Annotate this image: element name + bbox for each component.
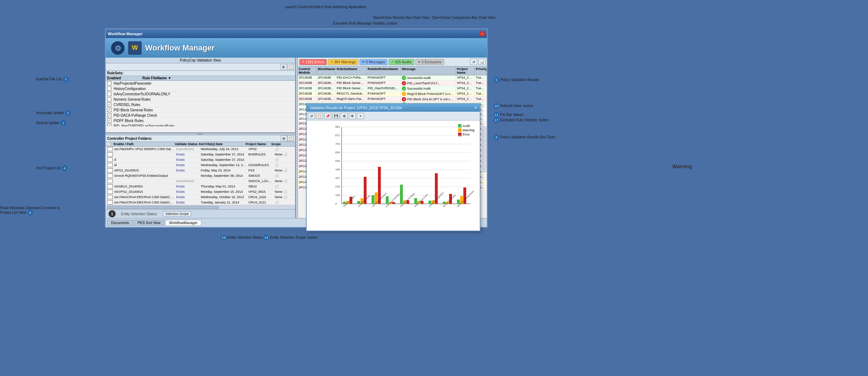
project-row[interactable]: d Exists Saturday, September 27, 2014 ⬜	[106, 157, 295, 163]
project-checkbox[interactable]	[107, 184, 113, 189]
refresh-view-btn[interactable]: ↺	[470, 59, 477, 65]
entity-scope-btn[interactable]: Selection Scope	[163, 211, 191, 216]
project-row[interactable]: Smock RQEWD\VPS5 Entities\Output Monday,…	[106, 173, 295, 179]
project-folders-label: Controller Project Folders:	[107, 137, 281, 141]
ruleset-name: HasProjectedParameter	[114, 81, 152, 85]
project-checkbox[interactable]	[107, 147, 113, 151]
project-name: SBU2	[248, 185, 273, 188]
chart-copy-btn[interactable]: 📋	[316, 113, 323, 119]
ruleset-name: CVRDSEL Rules	[114, 103, 140, 107]
ruleset-row[interactable]: PIDFF Block Rules	[106, 118, 295, 123]
project-toolbar-btn[interactable]: ⚙	[281, 136, 287, 141]
ruleset-row[interactable]: PID-DACA PvRange Check	[106, 113, 295, 118]
errors-label: 1281 Errors	[306, 60, 324, 64]
excluded-rule-visibility-btn[interactable]: 👁	[349, 113, 356, 119]
project-checkbox[interactable]	[107, 174, 113, 178]
project-date: Tuesday, January 21, 2014	[201, 201, 247, 204]
col-project-hdr: Project Name	[246, 142, 270, 146]
project-row[interactable]: est Files\CRU4-EB\CRU4 C300 Data\CRU4_20…	[106, 200, 295, 205]
project-row[interactable]: est Files\MPU VPS2 EB\MPU C300 Data\MPU4…	[106, 147, 295, 152]
ruleset-checkbox[interactable]	[107, 97, 111, 101]
ruleset-row[interactable]: Numeric General Rules	[106, 97, 295, 102]
ruleset-row[interactable]: HasProjectedParameter	[106, 81, 295, 86]
ruleset-row[interactable]: HistoryConfiguration	[106, 86, 295, 91]
chart-close-btn2[interactable]: ×	[357, 113, 364, 119]
chart-settings-btn[interactable]: ⚙	[341, 113, 348, 119]
project-row[interactable]: est Files\CRU4-EB\CRU4 C300 Data\CRU4_20…	[106, 195, 295, 200]
ruleset-row[interactable]: PID Block General Rules	[106, 107, 295, 113]
ruleset-row[interactable]: IsAnyConnectionToJOURNALONLY	[106, 91, 295, 97]
ruleset-checkbox[interactable]	[107, 86, 111, 91]
window-close-icon[interactable]: ×	[480, 31, 485, 36]
exclusions-btn[interactable]: ⊘ 0 Exclusions	[415, 59, 444, 65]
svg-rect-29	[372, 195, 374, 204]
project-checkbox[interactable]	[107, 195, 113, 199]
val-row[interactable]: 2FC4038 2FC4038-PIDA PID Block General R…	[298, 81, 487, 86]
callout-label-11: 11 Pin Bar Values	[494, 112, 524, 118]
chart-save-btn[interactable]: 💾	[332, 113, 340, 119]
project-path: rts\VPS2_20140915	[114, 190, 175, 194]
bottom-tab-documents[interactable]: Documents	[107, 220, 133, 226]
project-scope: None ⬜	[275, 169, 289, 172]
project-checkbox[interactable]	[107, 158, 113, 162]
left-toolbar-btn1[interactable]: ⚙	[280, 64, 287, 70]
messages-label: 0 Messages	[366, 60, 385, 64]
project-row[interactable]: rts\VPS2_20140915 Exists Monday, Septemb…	[106, 189, 295, 195]
project-checkbox[interactable]	[107, 190, 113, 194]
ruleset-checkbox[interactable]	[107, 113, 111, 117]
paste-clipboard-btn[interactable]: 📋	[287, 136, 294, 141]
warnings-btn[interactable]: ⚠ 354 Warnings	[328, 59, 358, 65]
left-toolbar-btn2[interactable]: 📋	[288, 64, 294, 70]
project-path: rts\SBU2_20140501	[114, 185, 175, 188]
errors-btn[interactable]: ✕ 1281 Errors	[299, 59, 327, 65]
val-project: VPS4_2013...	[456, 81, 475, 86]
val-ruleset: PID-DACA PvRange Check	[336, 75, 367, 80]
val-row[interactable]: 2FC4038 2FC4038-PIDA PID Block General R…	[298, 86, 487, 91]
exclusions-label: 0 Exclusions	[422, 60, 442, 64]
audits-btn[interactable]: ✓ 625 Audits	[389, 59, 414, 65]
val-project: VPS4_2013...	[456, 97, 475, 102]
chart-refresh-btn[interactable]: ↺	[308, 113, 315, 119]
project-row[interactable]: s\PS3_20140523 Exists Friday, May 23, 20…	[106, 168, 295, 173]
bottom-tab-pks-xml-view[interactable]: PKS Xml View	[134, 220, 164, 226]
ruleset-checkbox[interactable]	[107, 118, 111, 123]
ruleset-row[interactable]: CVRDSEL Rules	[106, 102, 295, 107]
val-row[interactable]: 2FC4038 2FC4038-PIDA RegCtl Alarm Params…	[298, 97, 487, 102]
callout-label-3: RuleSet File List 3	[36, 76, 69, 82]
val-row[interactable]: 2FC4038 2FC4038 PID-DACA PvRange Check P…	[298, 75, 487, 81]
ruleset-checkbox[interactable]	[107, 124, 111, 126]
chart-pin-btn[interactable]: 📌	[324, 113, 331, 119]
project-section-header: Controller Project Folders: ⚙ 📋	[106, 135, 295, 142]
project-status: Exists	[176, 153, 199, 156]
ruleset-checkbox[interactable]	[107, 92, 111, 96]
ruleset-checkbox[interactable]	[107, 108, 111, 112]
project-row[interactable]: rts\SBU2_20140501 Exists Thursday, May 0…	[106, 184, 295, 189]
callout-label-6: 6 Policy Validation Results Bar Chart	[494, 134, 555, 140]
bar-chart-btn[interactable]: 📊	[478, 59, 485, 65]
project-path: id	[114, 163, 175, 167]
project-scope: None ⬜	[275, 179, 289, 183]
val-ruleset: RegCtl Alarm Params	[336, 97, 367, 102]
project-row[interactable]: Exists Saturday, September 27, 2014 BADR…	[106, 152, 295, 157]
col-xml-hdr: Xml File(s) Date	[199, 142, 245, 146]
project-checkbox[interactable]	[107, 179, 113, 183]
project-checkbox[interactable]	[107, 200, 113, 205]
project-checkbox[interactable]	[107, 163, 113, 167]
svg-rect-33	[386, 196, 389, 204]
callout-label-4: Xml Project List 4	[36, 165, 67, 171]
val-header: Control Module BlockName RuleSetName Rul…	[298, 67, 487, 75]
val-row[interactable]: 2FC4038 2FC4038-PIDA REGCTL General Rule…	[298, 91, 487, 97]
project-row[interactable]: id Exists Wednesday, September 13, 2013 …	[106, 163, 295, 168]
chart-body: Audit Warning Error 981 872 763 654 545 …	[307, 121, 480, 224]
project-checkbox[interactable]	[107, 152, 113, 157]
project-row[interactable]: NoXmlFilesFound SMOCK_LOADED None ⬜	[106, 179, 295, 184]
project-name: BADRULES	[248, 153, 273, 156]
project-checkbox[interactable]	[107, 168, 113, 173]
ruleset-checkbox[interactable]	[107, 102, 111, 107]
chart-close-btn[interactable]: ×	[474, 105, 477, 110]
ruleset-row[interactable]: PID_HasOVRDSELasSecondaryRules	[106, 123, 295, 126]
messages-btn[interactable]: ✉ 0 Messages	[359, 59, 388, 65]
bottom-tab-workflowmanager[interactable]: WorkflowManager	[165, 220, 201, 226]
project-path: est Files\MPU VPS2 EB\MPU C300 Data\MPU4…	[114, 147, 175, 151]
ruleset-checkbox[interactable]	[107, 81, 111, 85]
